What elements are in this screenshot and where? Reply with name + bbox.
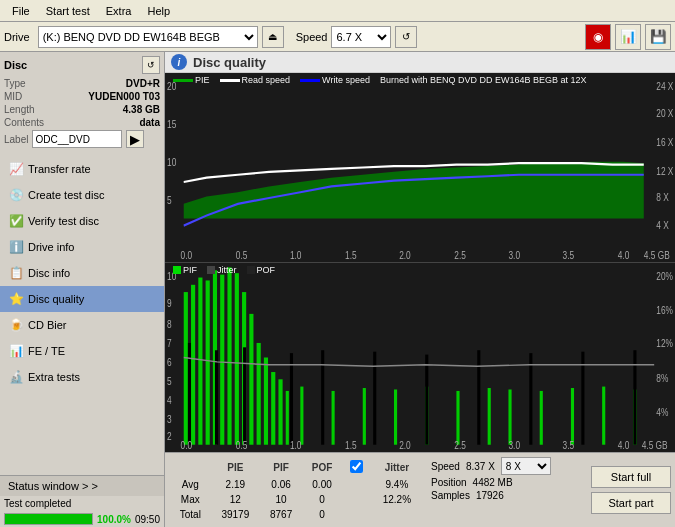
legend-jitter-color — [207, 266, 215, 274]
svg-rect-44 — [249, 314, 253, 445]
speed-select[interactable]: 6.7 X — [331, 26, 391, 48]
save-button[interactable]: 💾 — [645, 24, 671, 50]
svg-text:4.0: 4.0 — [618, 249, 630, 262]
svg-rect-49 — [286, 391, 289, 445]
sidebar-item-cd-bier[interactable]: 🍺 CD Bier — [0, 312, 164, 338]
status-window-label: Status window > > — [8, 480, 98, 492]
samples-value: 17926 — [476, 490, 504, 501]
sidebar-item-verify-test-disc[interactable]: ✅ Verify test disc — [0, 208, 164, 234]
svg-text:4.0: 4.0 — [618, 439, 630, 452]
svg-rect-68 — [425, 355, 428, 445]
legend-read-speed-color — [220, 79, 240, 82]
svg-rect-48 — [278, 379, 282, 444]
svg-rect-42 — [235, 273, 239, 445]
svg-rect-65 — [290, 353, 293, 445]
sidebar-item-disc-info[interactable]: 📋 Disc info — [0, 260, 164, 286]
svg-rect-70 — [529, 353, 532, 445]
svg-text:15: 15 — [167, 118, 177, 131]
start-part-button[interactable]: Start part — [591, 492, 671, 514]
stats-avg-pie: 2.19 — [212, 478, 259, 491]
disc-refresh-button[interactable]: ↺ — [142, 56, 160, 74]
speed-label: Speed — [431, 461, 460, 472]
status-window-button[interactable]: Status window > > — [0, 476, 164, 496]
main-content: i Disc quality PIE Read speed — [165, 52, 675, 527]
stats-max-empty — [343, 493, 371, 506]
sidebar-item-disc-quality[interactable]: ⭐ Disc quality — [0, 286, 164, 312]
svg-text:1.0: 1.0 — [290, 439, 302, 452]
menubar: File Start test Extra Help — [0, 0, 675, 22]
drive-label: Drive — [4, 31, 30, 43]
legend-pif: PIF — [173, 265, 197, 275]
speed-setting-select[interactable]: 8 X — [501, 457, 551, 475]
stats-avg-row: Avg 2.19 0.06 0.00 9.4% — [171, 478, 421, 491]
sidebar-item-extra-tests-label: Extra tests — [28, 371, 80, 383]
drive-select[interactable]: (K:) BENQ DVD DD EW164B BEGB — [38, 26, 258, 48]
disc-label-label: Label — [4, 134, 28, 145]
test-status-bar: Test completed — [0, 496, 164, 511]
stats-right-panel: Speed 8.37 X 8 X Position 4482 MB Sample… — [427, 453, 587, 527]
svg-rect-69 — [477, 350, 480, 445]
bottom-chart: PIF Jitter POF 10 — [165, 263, 675, 452]
svg-text:2: 2 — [167, 430, 172, 443]
start-full-button[interactable]: Start full — [591, 466, 671, 488]
sidebar-item-fe-te[interactable]: 📊 FE / TE — [0, 338, 164, 364]
refresh-button[interactable]: ↺ — [395, 26, 417, 48]
disc-info-icon: 📋 — [8, 265, 24, 281]
sidebar-item-transfer-rate[interactable]: 📈 Transfer rate — [0, 156, 164, 182]
stats-avg-jitter: 9.4% — [373, 478, 421, 491]
stats-total-empty — [343, 508, 371, 521]
disc-label-button[interactable]: ▶ — [126, 130, 144, 148]
svg-text:2.0: 2.0 — [399, 439, 411, 452]
stats-header-jitter-check — [343, 459, 371, 476]
svg-text:12%: 12% — [656, 337, 673, 350]
menu-file[interactable]: File — [4, 3, 38, 19]
disc-header: Disc ↺ — [4, 56, 160, 74]
graph-button[interactable]: 📊 — [615, 24, 641, 50]
svg-text:16 X: 16 X — [656, 135, 673, 148]
jitter-checkbox[interactable] — [350, 460, 363, 473]
legend-read-speed: Read speed — [220, 75, 291, 85]
legend-pof-label: POF — [257, 265, 276, 275]
svg-text:20%: 20% — [656, 270, 673, 283]
svg-rect-38 — [206, 280, 210, 444]
sidebar-item-cd-bier-label: CD Bier — [28, 319, 67, 331]
eject-button[interactable]: ⏏ — [262, 26, 284, 48]
disc-label-input[interactable] — [32, 130, 122, 148]
settings-button[interactable]: ◉ — [585, 24, 611, 50]
disc-type-value: DVD+R — [126, 78, 160, 89]
svg-text:2.5: 2.5 — [454, 439, 466, 452]
svg-rect-47 — [271, 372, 275, 445]
position-value: 4482 MB — [473, 477, 513, 488]
disc-quality-icon-header: i — [171, 54, 187, 70]
svg-text:4.5 GB: 4.5 GB — [644, 249, 670, 262]
sidebar-item-create-test-disc[interactable]: 💿 Create test disc — [0, 182, 164, 208]
stats-header-empty — [171, 459, 210, 476]
stats-total-label: Total — [171, 508, 210, 521]
menu-extra[interactable]: Extra — [98, 3, 140, 19]
sidebar-item-drive-info[interactable]: ℹ️ Drive info — [0, 234, 164, 260]
disc-contents-row: Contents data — [4, 117, 160, 128]
svg-text:3.0: 3.0 — [508, 439, 520, 452]
sidebar-item-extra-tests[interactable]: 🔬 Extra tests — [0, 364, 164, 390]
legend-jitter-label: Jitter — [217, 265, 237, 275]
legend-pif-label: PIF — [183, 265, 197, 275]
menu-start-test[interactable]: Start test — [38, 3, 98, 19]
sidebar: Disc ↺ Type DVD+R MID YUDEN000 T03 Lengt… — [0, 52, 165, 527]
svg-text:0.5: 0.5 — [236, 439, 248, 452]
sidebar-item-fe-te-label: FE / TE — [28, 345, 65, 357]
menu-help[interactable]: Help — [139, 3, 178, 19]
top-chart-legend: PIE Read speed Write speed Burned with B… — [173, 75, 587, 85]
svg-rect-37 — [198, 278, 202, 445]
svg-text:8 X: 8 X — [656, 191, 669, 204]
position-row: Position 4482 MB — [431, 477, 583, 488]
svg-text:8%: 8% — [656, 372, 668, 385]
svg-rect-36 — [191, 285, 195, 445]
svg-rect-35 — [184, 292, 188, 445]
bottom-chart-svg: 10 9 8 7 6 5 4 3 2 20% 16% 12% 8% — [165, 263, 675, 452]
legend-read-speed-label: Read speed — [242, 75, 291, 85]
content-area: Disc ↺ Type DVD+R MID YUDEN000 T03 Lengt… — [0, 52, 675, 527]
svg-text:3: 3 — [167, 413, 172, 426]
disc-type-label: Type — [4, 78, 26, 89]
svg-rect-58 — [540, 391, 543, 445]
stats-data-table: PIE PIF POF Jitter Avg — [169, 457, 423, 523]
